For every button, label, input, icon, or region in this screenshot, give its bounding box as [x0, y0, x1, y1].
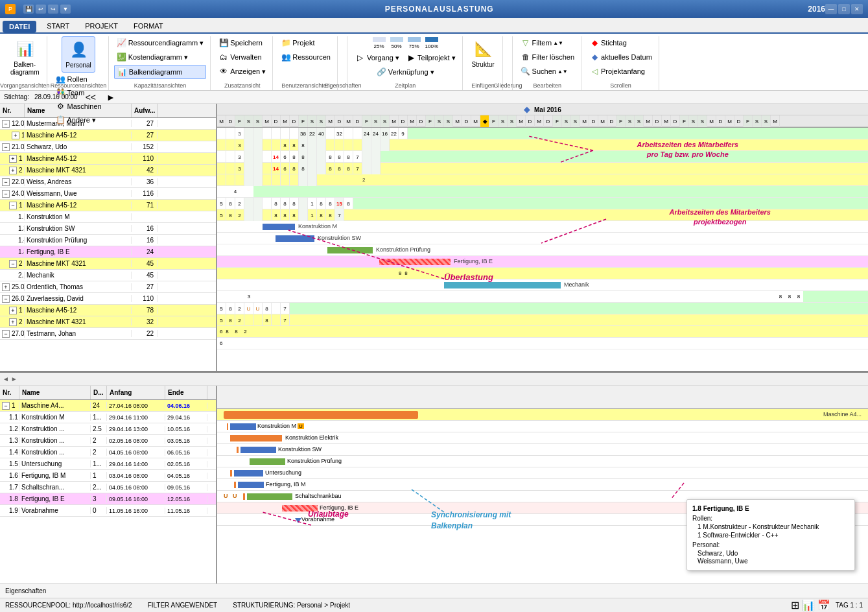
btn-25pct[interactable]: 25% [371, 36, 388, 50]
btn-personal[interactable]: 👤 Personal [62, 36, 95, 73]
table-row[interactable]: 1.2 Konstruktion ... 2.5 29.04.16 13:00 … [0, 423, 216, 435]
table-row[interactable]: −21.01 Schwarz, Udo 152 [0, 141, 216, 153]
icon-grid[interactable]: 📊 [802, 599, 815, 611]
btn-anzeigen[interactable]: 👁Anzeigen ▾ [216, 65, 268, 78]
btn-aktuelles-datum[interactable]: ◆aktuelles Datum [587, 51, 655, 64]
btn-verknupfung[interactable]: 🔗Verknüpfung ▾ [374, 65, 437, 78]
expand-icon[interactable]: − [2, 190, 10, 198]
table-row[interactable]: 2.1.1 Mechanik 45 [0, 270, 216, 281]
expand-icon[interactable]: − [9, 202, 17, 209]
table-row[interactable]: 1.7 Schaltschran... 2... 04.05.16 08:00 … [0, 482, 216, 493]
btn-balkendiagramm-kap[interactable]: 📊Balkendiagramm [114, 65, 207, 79]
table-row[interactable]: 1.8 Fertigung, IB E 24 [0, 246, 216, 258]
btn-andere[interactable]: 📋Andere ▾ [53, 113, 104, 126]
table-row[interactable]: 1.8 Fertigung, IB E 3 09.05.16 16:00 12.… [0, 493, 216, 505]
tab-start[interactable]: START [39, 19, 77, 32]
btn-vorgang[interactable]: ▷Vorgang ▾ [353, 51, 402, 64]
table-row[interactable]: −1 Maschine A45-12 71 [0, 200, 216, 211]
table-row[interactable]: −24.02 Weissmann, Uwe 116 [0, 188, 216, 200]
icon-properties[interactable]: ⊞ [791, 599, 799, 611]
icon-gantt[interactable]: 📅 [817, 599, 830, 611]
table-row[interactable]: −1 Maschine A4... 24 27.04.16 08:00 04.0… [0, 400, 216, 412]
arrow-unters [230, 470, 232, 477]
table-row[interactable]: 1.1 Konstruktion M 1... 29.04.16 11:00 2… [0, 412, 216, 423]
table-row[interactable]: +2 Maschine MKT 4321 32 [0, 316, 216, 328]
tab-projekt[interactable]: PROJEKT [77, 19, 126, 32]
btn-balkendiagramm[interactable]: 📊 Balken-diagramm [6, 36, 43, 79]
bar-fertigung-ibe-low [282, 505, 318, 512]
table-row[interactable]: 1.6 Fertigung, IB M 1 03.04.16 08:00 04.… [0, 470, 216, 482]
expand-icon[interactable]: − [2, 120, 10, 128]
group-eigenschaften: Eigenschaften [339, 36, 347, 90]
expand-icon[interactable]: − [2, 143, 10, 151]
table-row[interactable]: +1 Maschine A45-12 110 [0, 153, 216, 165]
table-row[interactable]: 1.3 Konstruktion SW 16 [0, 223, 216, 235]
table-row[interactable]: +2 Maschine MKT 4321 42 [0, 165, 216, 176]
btn-kostendiagramm[interactable]: 💹Kostendiagramm ▾ [114, 51, 207, 64]
btn-50pct[interactable]: 50% [388, 36, 405, 50]
btn-maschinen[interactable]: ⚙Maschinen [53, 100, 104, 113]
maximize-button[interactable]: □ [838, 4, 850, 14]
more-icon[interactable]: ▼ [60, 5, 71, 14]
redo-icon[interactable]: ↪ [48, 5, 58, 14]
btn-filter-loschen[interactable]: 🗑Filter löschen [518, 51, 577, 64]
tab-format[interactable]: FORMAT [126, 19, 171, 32]
expand-icon[interactable]: + [9, 307, 17, 314]
gantt-row: 5 8 2 U U 8 7 [217, 303, 868, 314]
btn-verwalten[interactable]: 🗂Verwalten [216, 51, 268, 64]
milestone-vorabnahme [295, 518, 301, 523]
table-row[interactable]: +1 Maschine A45-12 27 [0, 130, 216, 141]
table-row[interactable]: −12.01 Mustermann, Martin 27 [0, 118, 216, 130]
nav-next[interactable]: ► [104, 92, 118, 102]
tab-datei[interactable]: DATEI [3, 21, 36, 32]
expand-icon[interactable]: − [2, 295, 10, 303]
expand-icon[interactable]: + [9, 155, 17, 163]
title-left: P 💾 ↩ ↪ ▼ [5, 4, 71, 14]
expand-icon[interactable]: + [9, 318, 17, 326]
label-fbm: Fertigung, IB M [266, 481, 306, 488]
btn-suchen[interactable]: 🔍Suchen▲▼ [518, 65, 577, 78]
btn-projekt[interactable]: 📁Projekt [278, 36, 333, 49]
bar-link [227, 423, 228, 430]
table-row[interactable]: 1.4 Konstruktion ... 2 04.05.16 08:00 06… [0, 447, 216, 458]
btn-filtern[interactable]: ▽Filtern▲▼ [518, 36, 577, 49]
table-row[interactable]: 1.3 Konstruktion ... 2 02.05.16 08:00 03… [0, 435, 216, 447]
expand-icon[interactable]: − [2, 402, 10, 410]
expand-icon[interactable]: + [12, 132, 19, 139]
btn-teilprojekt[interactable]: ▶Teilprojekt ▾ [403, 51, 458, 64]
expand-icon[interactable]: + [2, 283, 10, 291]
table-row[interactable]: 1.4 Konstruktion Prüfung 16 [0, 235, 216, 246]
expand-icon[interactable]: − [9, 260, 17, 268]
col-anfang: Anfang [107, 386, 165, 399]
expand-icon[interactable]: − [2, 330, 10, 338]
btn-projektanfang[interactable]: ◁Projektanfang [587, 65, 655, 78]
table-row[interactable]: 1.1 Konstruktion M [0, 211, 216, 223]
table-row[interactable]: 1.5 Untersuchung 1... 29.04.16 14:00 02.… [0, 458, 216, 470]
gantt-row: Konstruktion M [217, 221, 868, 233]
close-button[interactable]: ✕ [851, 4, 863, 14]
expand-icon[interactable]: − [2, 178, 10, 186]
minimize-button[interactable]: — [825, 4, 837, 14]
save-icon[interactable]: 💾 [23, 5, 34, 14]
table-row[interactable]: +1 Maschine A45-12 78 [0, 305, 216, 316]
group-label-bearbeiten: Bearbeiten [534, 82, 562, 89]
table-row[interactable]: −27.01 Testmann, Johan 22 [0, 328, 216, 340]
table-row[interactable]: +25.01 Ordentlich, Thomas 27 [0, 281, 216, 293]
btn-75pct[interactable]: 75% [406, 36, 423, 50]
label-km: Konstruktion MU [257, 423, 304, 429]
btn-ressourcen[interactable]: 👥Ressourcen [278, 51, 333, 64]
btn-speichern[interactable]: 💾Speichern [216, 36, 268, 49]
btn-stichtag[interactable]: ◆Stichtag [587, 36, 655, 49]
table-row[interactable]: −2 Maschine MKT 4321 45 [0, 258, 216, 270]
upper-pane: Nr. Name Aufw... −12.01 Mustermann, Mart… [0, 104, 868, 373]
scroll-nav: ◄ ► [0, 373, 868, 386]
table-row[interactable]: 1.9 Vorabnahme 0 11.05.16 16:00 11.05.16 [0, 505, 216, 517]
gantt-header: ◆ Mai 2016 M D F S S M D M D F S [217, 104, 868, 128]
table-row[interactable]: −22.01 Weiss, Andreas 36 [0, 176, 216, 188]
btn-100pct[interactable]: 100% [423, 36, 440, 50]
btn-struktur[interactable]: 📐 Struktur [468, 36, 499, 71]
table-row[interactable]: −26.01 Zuverlaessig, David 110 [0, 293, 216, 305]
expand-icon[interactable]: + [9, 167, 17, 174]
btn-ressourcendiagramm[interactable]: 📈Ressourcendiagramm ▾ [114, 36, 207, 49]
undo-icon[interactable]: ↩ [36, 5, 46, 14]
